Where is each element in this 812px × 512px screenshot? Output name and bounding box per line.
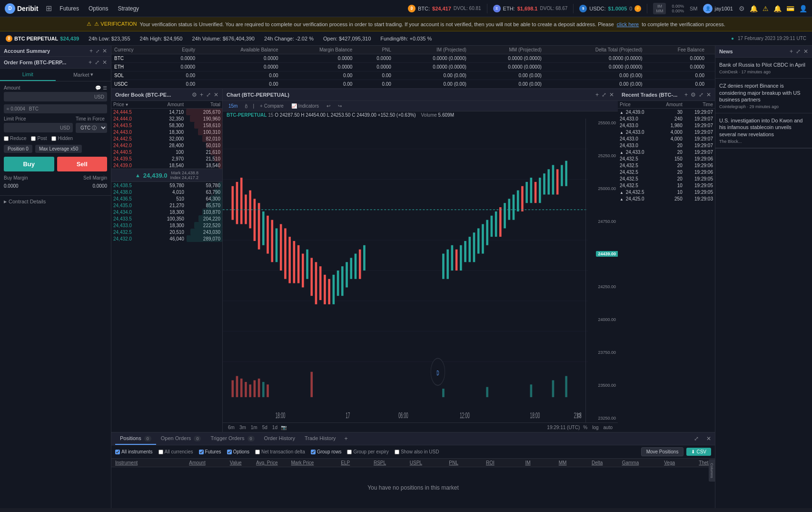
chart-percent-btn[interactable]: % [582, 424, 589, 431]
pos-col-delta[interactable]: Delta [566, 460, 603, 465]
pos-col-amount[interactable]: Amount [169, 460, 206, 465]
chart-auto-btn[interactable]: auto [602, 424, 614, 431]
ob-bid-row[interactable]: 24,432.5 20,510 243,030 [111, 229, 222, 235]
filter-futures[interactable]: Futures [199, 449, 221, 454]
pos-col-mm[interactable]: MM [531, 460, 567, 465]
wallet-icon[interactable]: 💳 [786, 5, 794, 12]
ob-ask-row[interactable]: 24,443.5 58,300 158,610 [111, 122, 222, 129]
hidden-check[interactable] [51, 136, 56, 141]
sell-button[interactable]: Sell [57, 157, 108, 171]
amount-input[interactable]: 10 [7, 94, 92, 100]
filter-show-usd[interactable]: Show also in USD [395, 449, 439, 454]
chart-settings-icon[interactable]: ⚙ [576, 412, 582, 419]
filter-all-instruments[interactable]: All instruments [115, 449, 153, 454]
nav-futures[interactable]: Futures [59, 5, 79, 12]
tab-order-history[interactable]: Order History [259, 432, 300, 445]
limit-price-input-row[interactable]: 24433 USD [4, 123, 73, 132]
pos-col-elp[interactable]: ELP [314, 460, 350, 465]
chart-tf-15m[interactable]: 15m [227, 102, 239, 110]
ob-settings-icon[interactable]: ⚙ [192, 91, 197, 98]
tab-trade-history[interactable]: Trade History [300, 432, 341, 445]
buy-button[interactable]: Buy [4, 157, 54, 171]
news-item-3[interactable]: U.S. investigation into Do Kwon and his … [715, 113, 812, 148]
limit-price-input[interactable]: 24433 [7, 125, 58, 131]
chart-screenshot-icon[interactable]: 📷 [281, 425, 287, 430]
grid-icon[interactable]: ⊞ [46, 4, 52, 13]
futures-check[interactable] [199, 450, 204, 454]
chart-compare-btn[interactable]: + Compare [258, 102, 286, 110]
options-check[interactable] [227, 450, 232, 454]
pos-col-rspl[interactable]: RSPL [350, 460, 386, 465]
ob-bid-row[interactable]: 24,436.5 510 64,300 [111, 195, 222, 202]
reduce-checkbox[interactable]: Reduce [4, 136, 26, 141]
verification-link[interactable]: click here [617, 21, 639, 27]
move-positions-button[interactable]: Move Positions [641, 447, 684, 456]
tif-select[interactable]: GTC ⓘ [76, 123, 107, 133]
pos-col-vega[interactable]: Vega [639, 460, 675, 465]
positions-close-icon[interactable]: ✕ [703, 435, 715, 442]
ob-bid-row[interactable]: 24,438.0 4,010 63,790 [111, 189, 222, 195]
pos-col-mark-price[interactable]: Mark Price [277, 460, 314, 465]
nav-strategy[interactable]: Strategy [118, 5, 139, 12]
rt-close-icon[interactable]: ✕ [706, 91, 711, 98]
post-checkbox[interactable]: Post [31, 136, 47, 141]
pos-col-avg-price[interactable]: Avg. Price [242, 460, 278, 465]
settings-icon[interactable]: ⚙ [739, 5, 745, 12]
filter-options[interactable]: Options [227, 449, 249, 454]
post-check[interactable] [31, 136, 36, 141]
ob-bid-row[interactable]: 24,434.0 18,300 103,870 [111, 209, 222, 215]
tab-open-orders[interactable]: Open Orders 0 [156, 432, 206, 445]
chart-btn-3m[interactable]: 3m [238, 424, 248, 431]
rt-expand-icon[interactable]: ⤢ [699, 91, 703, 98]
csv-button[interactable]: ⬇ CSV [686, 448, 711, 456]
chart-redo-btn[interactable]: ↪ [336, 102, 344, 110]
ob-ask-row[interactable]: 24,444.0 32,350 190,960 [111, 115, 222, 122]
leverage-button[interactable]: Max Leverage x50 [35, 145, 82, 153]
filter-group-expiry[interactable]: Group per expiry [347, 449, 388, 454]
filter-net-delta[interactable]: Net transaction delta [255, 449, 305, 454]
ob-add-icon[interactable]: + [200, 91, 203, 98]
group-expiry-check[interactable] [347, 450, 352, 454]
group-rows-check[interactable] [311, 450, 316, 454]
ob-ask-row[interactable]: 24,440.5 100 21,610 [111, 149, 222, 155]
chart-expand-icon[interactable]: ⤢ [602, 91, 606, 98]
ob-ask-row[interactable]: 24,439.0 18,540 18,540 [111, 162, 222, 169]
pos-col-gamma[interactable]: Gamma [603, 460, 639, 465]
news-close-icon[interactable]: ✕ [803, 48, 808, 55]
ob-bid-row[interactable]: 24,435.0 21,270 85,570 [111, 202, 222, 209]
ob-bid-row[interactable]: 24,438.5 59,780 59,780 [111, 182, 222, 189]
chart-btn-5d[interactable]: 5d [261, 424, 269, 431]
position-button[interactable]: Position 0 [4, 145, 32, 153]
account-close-icon[interactable]: ✕ [102, 48, 107, 54]
pos-col-theta[interactable]: Theta [675, 460, 711, 465]
pos-col-im[interactable]: IM [495, 460, 531, 465]
tab-limit[interactable]: Limit [0, 69, 56, 81]
rt-settings-icon[interactable]: ⚙ [691, 91, 696, 98]
ob-ask-row[interactable]: 24,443.0 18,300 100,310 [111, 129, 222, 135]
news-expand-icon[interactable]: ⤢ [796, 48, 801, 55]
account-add-icon[interactable]: + [89, 48, 93, 54]
all-instruments-check[interactable] [115, 450, 120, 454]
ob-expand-icon[interactable]: ⤢ [206, 91, 211, 98]
notification-icon[interactable]: 🔔 [750, 5, 758, 12]
chart-indicators-btn[interactable]: 📈 Indicators [289, 102, 321, 110]
positions-add-tab[interactable]: + [341, 435, 352, 442]
chart-log-btn[interactable]: log [591, 424, 600, 431]
pos-col-instrument[interactable]: Instrument [115, 460, 169, 465]
pos-col-roi[interactable]: ROI [458, 460, 495, 465]
chart-btn-6m[interactable]: 6m [227, 424, 236, 431]
positions-columns-handle[interactable]: Columns [709, 459, 715, 482]
logo[interactable]: D Deribit [5, 3, 38, 14]
filter-all-currencies[interactable]: All currencies [158, 449, 193, 454]
nav-options[interactable]: Options [89, 5, 108, 12]
hidden-checkbox[interactable]: Hidden [51, 136, 73, 141]
ob-bid-row[interactable]: 24,433.5 100,350 204,220 [111, 215, 222, 222]
tab-trigger-orders[interactable]: Trigger Orders 0 [206, 432, 259, 445]
pos-col-value[interactable]: Value [206, 460, 242, 465]
amount-input-row[interactable]: 10 USD [4, 92, 107, 101]
user-icon[interactable]: 👤 [799, 5, 807, 12]
news-item-1[interactable]: Bank of Russia to Pilot CBDC in April Co… [715, 58, 812, 79]
show-usd-check[interactable] [395, 450, 399, 454]
all-currencies-check[interactable] [158, 450, 163, 454]
net-delta-check[interactable] [255, 450, 260, 454]
